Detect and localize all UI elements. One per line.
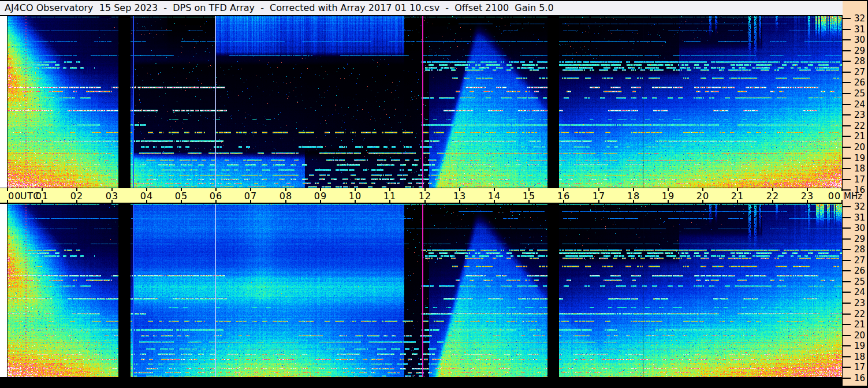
bottom-border bbox=[0, 386, 868, 388]
freq-tick bbox=[843, 227, 851, 229]
freq-tick bbox=[843, 179, 851, 180]
freq-label: 22 bbox=[854, 121, 865, 131]
page-title: AJ4CO Observatory 15 Sep 2023 - DPS on T… bbox=[0, 1, 554, 14]
freq-tick bbox=[843, 378, 851, 379]
freq-tick bbox=[843, 324, 851, 325]
freq-label: 30 bbox=[854, 35, 865, 45]
hour-label: 19 bbox=[662, 191, 675, 202]
freq-tick bbox=[843, 206, 851, 207]
freq-tick bbox=[843, 345, 851, 346]
time-axis: 0001020304050607080910111213141516171819… bbox=[0, 188, 843, 203]
hour-label: 00 bbox=[828, 191, 841, 202]
hour-label: 12 bbox=[419, 191, 431, 202]
freq-label: 19 bbox=[854, 153, 865, 163]
freq-tick bbox=[843, 72, 851, 73]
hour-label: 15 bbox=[523, 191, 535, 202]
freq-label: 21 bbox=[854, 131, 865, 141]
freq-tick bbox=[843, 281, 851, 282]
lcp-spectrogram-canvas bbox=[8, 204, 842, 377]
hour-label: 02 bbox=[70, 191, 83, 202]
hour-label: 09 bbox=[314, 191, 327, 202]
hour-label: 21 bbox=[731, 191, 744, 202]
freq-tick bbox=[843, 50, 851, 51]
freq-tick bbox=[843, 217, 851, 218]
freq-label: 32 bbox=[854, 202, 865, 212]
hour-label: 13 bbox=[453, 191, 466, 202]
hour-label: 07 bbox=[244, 191, 257, 202]
freq-tick bbox=[843, 335, 851, 336]
freq-tick bbox=[843, 249, 851, 250]
hour-label: 14 bbox=[488, 191, 501, 202]
freq-tick bbox=[843, 114, 851, 115]
freq-label: 17 bbox=[854, 174, 865, 185]
freq-tick bbox=[843, 136, 851, 137]
freq-label: 21 bbox=[854, 319, 865, 330]
freq-tick bbox=[843, 356, 851, 357]
freq-tick bbox=[843, 158, 851, 159]
freq-label: 26 bbox=[854, 266, 865, 276]
freq-tick bbox=[843, 18, 851, 19]
utc-label: UTC bbox=[20, 191, 40, 202]
freq-label: 31 bbox=[854, 212, 865, 223]
hour-label: 10 bbox=[349, 191, 362, 202]
freq-label: 23 bbox=[854, 110, 865, 120]
freq-tick bbox=[843, 314, 851, 315]
freq-label: 29 bbox=[854, 46, 865, 56]
rcp-panel-label-column: R C P bbox=[0, 16, 8, 188]
freq-tick bbox=[843, 93, 851, 94]
freq-label: 18 bbox=[854, 352, 865, 362]
freq-label: 28 bbox=[854, 56, 865, 66]
hour-label: 17 bbox=[593, 191, 605, 202]
freq-tick bbox=[843, 189, 851, 191]
freq-tick bbox=[843, 29, 851, 30]
freq-label: 26 bbox=[854, 77, 865, 88]
hour-label: 05 bbox=[175, 191, 188, 202]
hour-label: 06 bbox=[210, 191, 222, 202]
freq-label: 30 bbox=[854, 223, 865, 233]
freq-label: 17 bbox=[854, 362, 865, 372]
hour-label: 23 bbox=[801, 191, 814, 202]
freq-label: 28 bbox=[854, 244, 865, 255]
mhz-label: MHz bbox=[844, 191, 862, 202]
freq-tick bbox=[843, 303, 851, 304]
freq-label: 20 bbox=[854, 330, 865, 341]
freq-tick bbox=[843, 39, 851, 40]
freq-label: 25 bbox=[854, 277, 865, 287]
freq-tick bbox=[843, 104, 851, 105]
freq-tick bbox=[843, 125, 851, 126]
freq-label: 16 bbox=[854, 373, 865, 383]
freq-tick bbox=[843, 82, 851, 83]
freq-tick bbox=[843, 147, 851, 148]
frequency-axis: 3231302928272625242322212019181716323130… bbox=[843, 1, 867, 386]
lcp-panel-label-column: L C P bbox=[0, 204, 8, 377]
rcp-spectrogram-canvas bbox=[8, 16, 842, 188]
freq-tick bbox=[843, 270, 851, 271]
freq-label: 24 bbox=[854, 99, 865, 110]
freq-tick bbox=[843, 238, 851, 240]
freq-tick bbox=[843, 367, 851, 368]
freq-label: 20 bbox=[854, 142, 865, 152]
hour-label: 18 bbox=[627, 191, 640, 202]
freq-tick bbox=[843, 168, 851, 169]
freq-label: 27 bbox=[854, 67, 865, 77]
freq-label: 31 bbox=[854, 24, 865, 35]
freq-label: 22 bbox=[854, 309, 865, 319]
freq-label: 25 bbox=[854, 88, 865, 99]
hour-label: 22 bbox=[766, 191, 779, 202]
hour-label: 03 bbox=[106, 191, 118, 202]
freq-label: 18 bbox=[854, 163, 865, 174]
hour-label: 16 bbox=[557, 191, 570, 202]
spectrograph-screen: AJ4CO Observatory 15 Sep 2023 - DPS on T… bbox=[0, 0, 868, 388]
hour-label: 04 bbox=[140, 191, 153, 202]
freq-label: 32 bbox=[854, 13, 865, 24]
freq-label: 24 bbox=[854, 287, 865, 297]
freq-tick bbox=[843, 292, 851, 293]
freq-tick bbox=[843, 61, 851, 62]
freq-label: 29 bbox=[854, 234, 865, 244]
freq-label: 19 bbox=[854, 341, 865, 351]
freq-label: 23 bbox=[854, 298, 865, 308]
hour-label: 11 bbox=[383, 191, 396, 202]
title-bar: AJ4CO Observatory 15 Sep 2023 - DPS on T… bbox=[0, 0, 843, 15]
hour-label: 00 bbox=[8, 191, 21, 202]
freq-tick bbox=[843, 260, 851, 261]
